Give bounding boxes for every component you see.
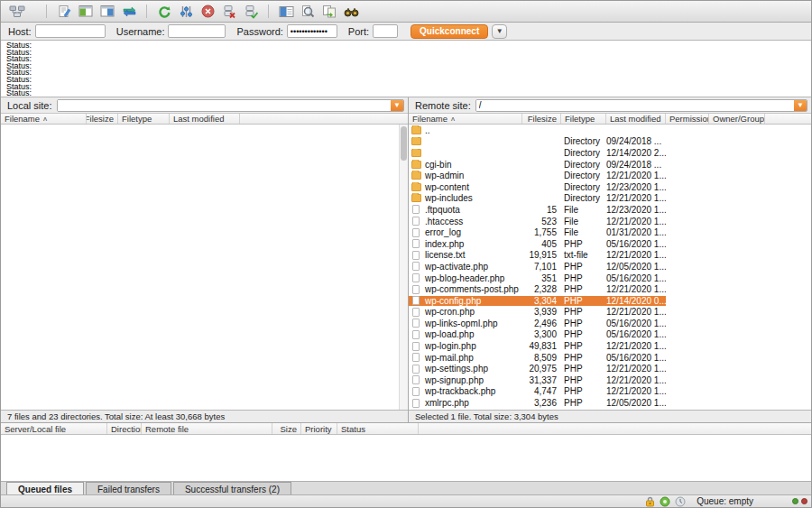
disconnect-button[interactable] bbox=[219, 3, 239, 21]
file-search-button[interactable] bbox=[341, 3, 361, 21]
remote-file-row[interactable]: cgi-binDirectory09/24/2018 ... bbox=[409, 159, 811, 171]
remote-file-row[interactable]: .ftpquota15File12/23/2020 1... bbox=[409, 204, 811, 216]
remote-file-row[interactable]: wp-adminDirectory12/21/2020 1... bbox=[409, 170, 811, 181]
file-icon bbox=[412, 308, 420, 317]
directory-comparison-button[interactable] bbox=[276, 3, 296, 21]
toggle-remote-tree-button[interactable] bbox=[97, 3, 117, 21]
cell-filetype: Directory bbox=[561, 148, 606, 158]
username-input[interactable] bbox=[168, 24, 226, 38]
quickconnect-button[interactable]: Quickconnect bbox=[411, 24, 488, 39]
remote-site-input[interactable] bbox=[476, 100, 794, 111]
cell-filename: cgi-bin bbox=[409, 160, 522, 170]
remote-file-row[interactable]: license.txt19,915txt-file12/21/2020 1... bbox=[409, 250, 811, 262]
local-scrollbar[interactable] bbox=[399, 125, 408, 410]
remote-file-row[interactable]: wp-load.php3,300PHP05/16/2020 1... bbox=[409, 329, 811, 341]
password-input[interactable] bbox=[287, 24, 337, 38]
local-col-filler bbox=[240, 114, 408, 124]
remote-tree-icon bbox=[100, 5, 115, 18]
cell-filename: wp-config.php bbox=[409, 296, 522, 306]
remote-site-dropdown-button[interactable]: ▼ bbox=[794, 100, 807, 111]
queue-col-size[interactable]: Size bbox=[272, 423, 301, 434]
remote-file-row[interactable]: .htaccess523File12/21/2020 1... bbox=[409, 216, 811, 227]
queue-col-server-local-file[interactable]: Server/Local file bbox=[1, 423, 107, 434]
cell-filetype: PHP bbox=[561, 341, 606, 351]
filename-text: xmlrpc.php bbox=[425, 398, 469, 408]
cell-filename: wp-cron.php bbox=[409, 307, 522, 317]
queue-list[interactable] bbox=[1, 435, 811, 481]
remote-site-row: Remote site: ▼ bbox=[409, 97, 811, 113]
remote-col-filetype[interactable]: Filetype bbox=[561, 114, 606, 124]
remote-file-row[interactable]: wp-cron.php3,939PHP12/21/2020 1... bbox=[409, 307, 811, 319]
filename-text: wp-config.php bbox=[425, 296, 481, 306]
toggle-transfer-queue-button[interactable] bbox=[119, 3, 139, 21]
remote-file-row[interactable]: wp-includesDirectory12/21/2020 1... bbox=[409, 193, 811, 205]
queue-col-status[interactable]: Status bbox=[337, 423, 419, 434]
site-manager-button[interactable] bbox=[7, 3, 27, 21]
local-col-filename[interactable]: Filenameᴧ bbox=[1, 114, 87, 124]
remote-col-filesize[interactable]: Filesize bbox=[522, 114, 561, 124]
remote-file-row[interactable]: wp-signup.php31,337PHP12/21/2020 1... bbox=[409, 374, 811, 386]
remote-file-row[interactable]: wp-trackback.php4,747PHP12/21/2020 1... bbox=[409, 386, 811, 398]
reconnect-button[interactable] bbox=[241, 3, 261, 21]
local-col-filetype[interactable]: Filetype bbox=[118, 114, 170, 124]
cell-last-modified: 05/16/2020 1... bbox=[606, 329, 666, 339]
remote-file-list[interactable]: ..Directory09/24/2018 ...Directory12/14/… bbox=[409, 125, 811, 410]
log-status-line: Status: bbox=[6, 84, 811, 91]
speed-limits-icon[interactable] bbox=[659, 496, 671, 507]
local-col-last-modified[interactable]: Last modified bbox=[170, 114, 240, 124]
filename-text: wp-links-opml.php bbox=[425, 319, 498, 328]
remote-file-row[interactable]: xmlrpc.php3,236PHP12/05/2020 1... bbox=[409, 397, 811, 409]
file-icon bbox=[412, 353, 420, 362]
tls-lock-icon[interactable] bbox=[643, 496, 656, 507]
filter-button[interactable] bbox=[176, 3, 196, 21]
filename-text: .htaccess bbox=[425, 217, 463, 226]
remote-file-row[interactable]: wp-login.php49,831PHP12/21/2020 1... bbox=[409, 340, 811, 352]
local-site-dropdown-button[interactable]: ▼ bbox=[391, 100, 403, 111]
toggle-local-tree-button[interactable] bbox=[76, 3, 96, 21]
queue-col-direction[interactable]: Direction bbox=[107, 423, 142, 434]
remote-file-row[interactable]: error_log1,755File01/31/2020 1... bbox=[409, 226, 811, 238]
queue-clock-icon[interactable] bbox=[674, 496, 687, 507]
refresh-button[interactable] bbox=[154, 3, 174, 21]
remote-file-row[interactable]: wp-config.php3,304PHP12/14/2020 0... bbox=[409, 295, 811, 307]
remote-file-row[interactable]: wp-links-opml.php2,496PHP05/16/2020 1... bbox=[409, 318, 811, 329]
remote-file-row[interactable]: wp-mail.php8,509PHP05/16/2020 1... bbox=[409, 352, 811, 364]
tab-queued-files[interactable]: Queued files bbox=[6, 482, 84, 494]
find-files-button[interactable] bbox=[298, 3, 318, 21]
remote-file-row[interactable]: wp-activate.php7,101PHP12/05/2020 1... bbox=[409, 261, 811, 272]
remote-col-last-modified[interactable]: Last modified bbox=[606, 114, 666, 124]
remote-col-owner-group[interactable]: Owner/Group bbox=[709, 114, 765, 124]
local-site-input[interactable] bbox=[58, 100, 391, 111]
local-scrollbar-thumb[interactable] bbox=[401, 126, 407, 161]
remote-file-row[interactable]: wp-blog-header.php351PHP05/16/2020 1... bbox=[409, 272, 811, 284]
queue-col-priority[interactable]: Priority bbox=[301, 423, 337, 434]
cell-filename: xmlrpc.php bbox=[409, 398, 522, 408]
remote-file-row[interactable]: wp-contentDirectory12/23/2020 1... bbox=[409, 181, 811, 193]
host-input[interactable] bbox=[35, 24, 106, 38]
remote-file-row[interactable]: index.php405PHP05/16/2020 1... bbox=[409, 238, 811, 250]
quickconnect-dropdown-button[interactable]: ▼ bbox=[492, 24, 507, 39]
remote-file-row[interactable]: Directory09/24/2018 ... bbox=[409, 136, 811, 148]
tab-successful-transfers[interactable]: Successful transfers (2) bbox=[173, 482, 291, 494]
remote-file-row[interactable]: Directory12/14/2020 2... bbox=[409, 147, 811, 159]
remote-col-filename[interactable]: Filenameᴧ bbox=[409, 114, 522, 124]
host-label: Host: bbox=[8, 26, 32, 37]
port-input[interactable] bbox=[373, 24, 398, 38]
tab-failed-transfers[interactable]: Failed transfers bbox=[86, 482, 171, 494]
remote-file-row[interactable]: wp-comments-post.php2,328PHP12/21/2020 1… bbox=[409, 283, 811, 295]
remote-col-permissions[interactable]: Permissions bbox=[666, 114, 709, 124]
remote-file-row[interactable]: .. bbox=[409, 125, 811, 136]
local-col-filesize[interactable]: Filesize bbox=[87, 114, 118, 124]
cell-filename bbox=[409, 149, 522, 157]
cell-filetype: PHP bbox=[561, 273, 606, 283]
remote-file-row[interactable]: wp-settings.php20,975PHP12/21/2020 1... bbox=[409, 363, 811, 374]
queue-col-remote-file[interactable]: Remote file bbox=[142, 423, 272, 434]
toggle-logview-button[interactable] bbox=[54, 3, 74, 21]
cell-last-modified: 12/14/2020 2... bbox=[606, 148, 666, 158]
cancel-button[interactable] bbox=[198, 3, 217, 21]
synchronized-browsing-button[interactable] bbox=[319, 3, 339, 21]
local-file-list[interactable] bbox=[1, 125, 408, 410]
cell-filetype: PHP bbox=[561, 262, 606, 272]
cell-last-modified: 05/16/2020 1... bbox=[606, 239, 666, 249]
file-icon bbox=[412, 387, 420, 396]
